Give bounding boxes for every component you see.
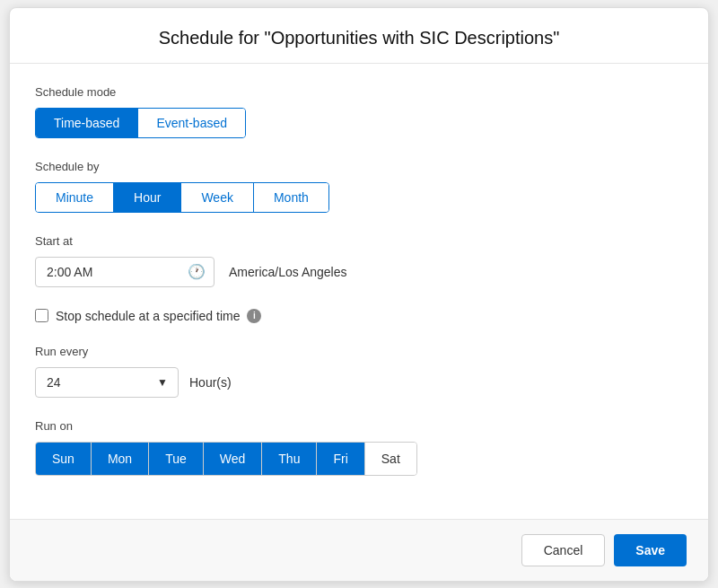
hours-unit-label: Hour(s): [189, 375, 232, 390]
dialog-header: Schedule for "Opportunities with SIC Des…: [10, 8, 708, 64]
run-every-label: Run every: [35, 345, 683, 358]
tab-minute[interactable]: Minute: [36, 183, 114, 212]
day-btn-sat[interactable]: Sat: [365, 443, 416, 475]
start-at-section: Start at 🕐 America/Los Angeles: [35, 234, 683, 287]
run-every-section: Run every 1 2 3 4 6 8 12 24 ▼ Hour(s): [35, 345, 683, 398]
stop-schedule-label: Stop schedule at a specified time: [56, 309, 240, 323]
schedule-by-section: Schedule by Minute Hour Week Month: [35, 160, 683, 213]
tab-time-based[interactable]: Time-based: [36, 109, 138, 137]
stop-schedule-section: Stop schedule at a specified time i: [35, 309, 683, 323]
stop-schedule-checkbox[interactable]: [35, 309, 48, 322]
stop-schedule-row: Stop schedule at a specified time i: [35, 309, 683, 323]
schedule-mode-section: Schedule mode Time-based Event-based: [35, 85, 683, 138]
run-every-select-wrapper: 1 2 3 4 6 8 12 24 ▼: [35, 367, 179, 398]
cancel-button[interactable]: Cancel: [521, 534, 606, 566]
day-btn-tue[interactable]: Tue: [149, 443, 204, 475]
schedule-dialog: Schedule for "Opportunities with SIC Des…: [9, 7, 709, 582]
schedule-by-group: Minute Hour Week Month: [35, 182, 329, 213]
start-at-label: Start at: [35, 234, 683, 248]
run-every-row: 1 2 3 4 6 8 12 24 ▼ Hour(s): [35, 367, 683, 398]
info-icon[interactable]: i: [247, 309, 261, 323]
tab-hour[interactable]: Hour: [114, 183, 181, 212]
run-on-section: Run on Sun Mon Tue Wed Thu Fri Sat: [35, 419, 683, 476]
save-button[interactable]: Save: [614, 534, 687, 566]
dialog-footer: Cancel Save: [10, 519, 708, 581]
day-btn-wed[interactable]: Wed: [204, 443, 263, 475]
dialog-body: Schedule mode Time-based Event-based Sch…: [10, 64, 708, 519]
tab-month[interactable]: Month: [254, 183, 328, 212]
schedule-mode-group: Time-based Event-based: [35, 108, 246, 138]
start-time-input[interactable]: [35, 257, 215, 287]
day-btn-mon[interactable]: Mon: [92, 443, 149, 475]
timezone-label: America/Los Angeles: [229, 265, 347, 279]
day-btn-sun[interactable]: Sun: [36, 443, 92, 475]
tab-week[interactable]: Week: [181, 183, 254, 212]
days-group: Sun Mon Tue Wed Thu Fri Sat: [35, 442, 417, 476]
run-every-select[interactable]: 1 2 3 4 6 8 12 24: [35, 367, 179, 398]
tab-event-based[interactable]: Event-based: [138, 109, 245, 137]
day-btn-fri[interactable]: Fri: [317, 443, 364, 475]
dialog-title: Schedule for "Opportunities with SIC Des…: [31, 28, 687, 48]
schedule-by-label: Schedule by: [35, 160, 683, 173]
time-input-wrapper: 🕐: [35, 257, 215, 287]
day-btn-thu[interactable]: Thu: [262, 443, 317, 475]
schedule-mode-label: Schedule mode: [35, 85, 683, 99]
start-at-row: 🕐 America/Los Angeles: [35, 257, 683, 287]
run-on-label: Run on: [35, 419, 683, 433]
